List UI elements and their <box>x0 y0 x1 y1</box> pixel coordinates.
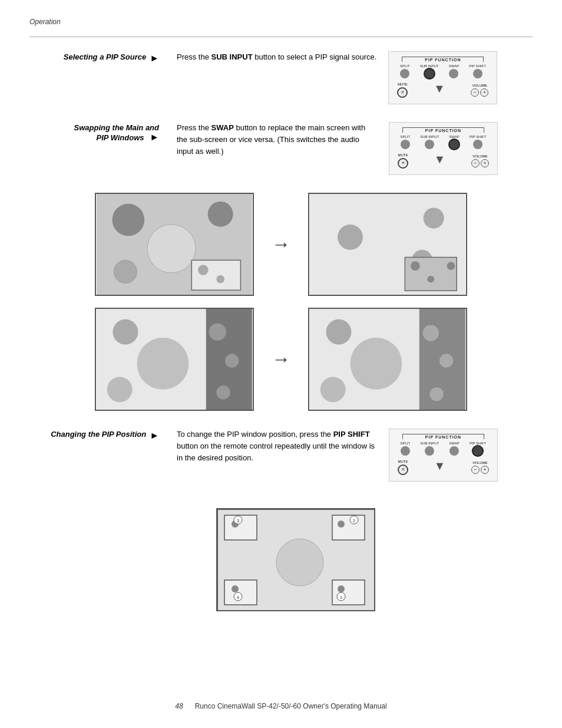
pip-shift-label-2: PIP SHIFT <box>470 135 487 139</box>
sub-input-btn-1 <box>425 69 434 78</box>
section-label-col-3: Changing the PIP Position ► <box>29 429 171 441</box>
split-label-3: SPLIT <box>401 442 411 445</box>
pip-shift-label-3: PIP SHIFT <box>470 442 487 445</box>
pip-function-label-2: PIP FUNCTION <box>402 127 484 133</box>
page: Operation Selecting a PIP Source ► Press… <box>0 0 562 728</box>
svg-rect-39 <box>332 515 365 540</box>
remote-bottom-row-3: MUTE ✕ ▼ VOLUME − + <box>398 459 489 475</box>
svg-point-18 <box>107 377 133 402</box>
vol-minus-1: − <box>471 88 479 97</box>
svg-rect-35 <box>332 580 365 605</box>
mute-area-3: MUTE ✕ <box>398 460 408 475</box>
swap-after-1-svg <box>309 194 466 295</box>
swap-before-1-svg <box>96 194 253 295</box>
svg-rect-47 <box>224 580 257 605</box>
svg-point-14 <box>427 276 434 283</box>
swap-before-1 <box>95 193 254 296</box>
remote-buttons-row-3: SPLIT SUB INPUT SWAP PIP SHIFT <box>395 442 491 456</box>
swap-label-3: SWAP <box>449 442 459 445</box>
svg-point-31 <box>429 387 443 401</box>
swap-before-2-svg <box>96 309 253 410</box>
pip-shift-btn-1 <box>473 69 482 78</box>
swap-btn-1 <box>449 69 458 78</box>
svg-text:3: 3 <box>237 518 240 523</box>
vol-minus-3: − <box>471 466 480 474</box>
mute-label-2: MUTE <box>398 153 408 157</box>
svg-text:1: 1 <box>340 595 343 600</box>
swap-diagrams-section: → <box>29 193 533 411</box>
section-label-col-1: Selecting a PIP Source ► <box>29 51 171 64</box>
pip-position-diagram: 1 2 3 4 <box>216 508 375 611</box>
manual-title: Runco CinemaWall SP-42/-50/-60 Owner's O… <box>195 702 387 710</box>
header-label: Operation <box>29 18 533 26</box>
svg-point-25 <box>326 319 351 345</box>
sub-input-btn-2 <box>425 140 434 149</box>
volume-label-3: VOLUME <box>472 461 487 465</box>
changing-pip-content: To change the PIP window position, press… <box>171 429 533 482</box>
swap-arrow-2: → <box>272 348 290 370</box>
pip-function-label-1: PIP FUNCTION <box>402 57 484 62</box>
position-diagram-wrapper: 1 2 3 4 <box>29 499 533 611</box>
vol-minus-2: − <box>471 159 480 167</box>
swap-after-2-svg <box>309 309 466 410</box>
page-footer: 48 Runco CinemaWall SP-42/-50/-60 Owner'… <box>29 702 533 710</box>
sub-input-label-3: SUB INPUT <box>420 442 439 445</box>
vol-plus-2: + <box>481 159 489 167</box>
pip-shift-btn-2 <box>473 140 482 149</box>
svg-rect-5 <box>191 260 240 290</box>
swap-btn-2 <box>449 140 459 149</box>
svg-point-4 <box>147 225 196 273</box>
svg-point-26 <box>320 377 346 402</box>
svg-point-40 <box>338 521 345 528</box>
mute-btn-2: ✕ <box>398 158 408 169</box>
remote-bottom-row-1: MUTE ✕ ▼ VOLUME − + <box>397 82 488 98</box>
svg-point-21 <box>209 323 226 340</box>
mute-btn-3: ✕ <box>398 465 408 475</box>
mute-label-1: MUTE <box>398 83 408 86</box>
section-changing-pip: Changing the PIP Position ► To change th… <box>29 429 533 482</box>
remote-buttons-row-2: SPLIT SUB INPUT SWAP PIP SHIFT <box>395 135 491 149</box>
vol-buttons-3: − + <box>471 466 489 474</box>
split-btn-2 <box>401 140 410 149</box>
pip-shift-btn-3 <box>473 446 482 456</box>
split-label-2: SPLIT <box>401 135 411 139</box>
pip-position-svg: 1 2 3 4 <box>217 509 375 611</box>
volume-area-1: VOLUME − + <box>471 84 488 97</box>
sub-input-label-1: SUB INPUT <box>420 64 439 68</box>
svg-point-11 <box>424 207 444 228</box>
pip-shift-label-1: PIP SHIFT <box>469 64 486 68</box>
section-arrow-1: ► <box>150 53 159 64</box>
svg-point-9 <box>338 225 363 250</box>
page-number: 48 <box>175 702 183 710</box>
svg-text:4: 4 <box>237 595 240 600</box>
swap-diagram-row-2: → <box>95 308 467 411</box>
remote-illustration-2: PIP FUNCTION SPLIT SUB INPUT SWAP <box>389 122 498 175</box>
changing-pip-label: Changing the PIP Position <box>51 430 146 439</box>
selecting-pip-content-row: Press the SUB INPUT button to select a P… <box>177 51 533 104</box>
remote-bottom-row-2: MUTE ✕ ▼ VOLUME − + <box>398 153 489 169</box>
split-label-1: SPLIT <box>400 64 410 68</box>
svg-point-1 <box>112 204 144 236</box>
selecting-pip-label: Selecting a PIP Source <box>64 52 146 61</box>
svg-point-17 <box>113 319 138 345</box>
split-btn-3 <box>401 446 410 456</box>
svg-point-27 <box>350 338 402 390</box>
swap-btn-3 <box>449 446 459 456</box>
swapping-pip-content-row: Press the SWAP button to replace the mai… <box>177 122 533 175</box>
remote-illustration-3: PIP FUNCTION SPLIT SUB INPUT SWAP <box>389 429 498 482</box>
svg-point-36 <box>338 585 345 592</box>
remote-illustration-1: PIP FUNCTION SPLIT SUB INPUT SWAP <box>388 51 497 104</box>
swap-diagram-row-1: → <box>95 193 467 296</box>
mute-area-2: MUTE ✕ <box>398 153 408 169</box>
svg-point-19 <box>137 338 189 390</box>
section-swapping-pip: Swapping the Main andPIP Windows ► Press… <box>29 122 533 175</box>
volume-label-2: VOLUME <box>472 154 487 158</box>
vol-plus-1: + <box>480 88 488 97</box>
svg-point-30 <box>439 354 453 367</box>
remote-buttons-row-1: SPLIT SUB INPUT SWAP PIP SHIFT <box>395 64 491 78</box>
swap-before-2 <box>95 308 254 411</box>
svg-point-22 <box>225 354 239 367</box>
svg-point-6 <box>198 265 209 275</box>
changing-pip-content-row: To change the PIP window position, press… <box>177 429 533 482</box>
section-label-col-2: Swapping the Main andPIP Windows ► <box>29 122 171 143</box>
